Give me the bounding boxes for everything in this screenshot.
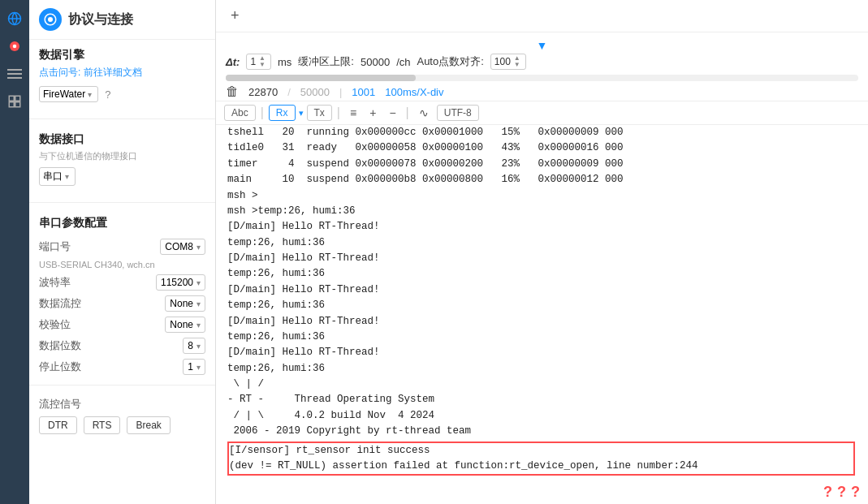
buffer-unit: /ch	[396, 56, 410, 68]
dt-value: 1	[250, 56, 256, 67]
term-btn-utf[interactable]: UTF-8	[437, 105, 479, 121]
interface-title: 数据接口	[39, 132, 205, 147]
nav-icon-menu[interactable]	[2, 62, 27, 86]
term-btn-rx[interactable]: Rx	[269, 105, 296, 121]
console-output: tshell 20 running 0x000000cc 0x00001000 …	[216, 125, 868, 480]
icon-rail	[0, 0, 29, 504]
param-parity-select[interactable]: None ▾	[165, 317, 205, 333]
flow-btn-dtr[interactable]: DTR	[39, 416, 77, 434]
svg-point-10	[48, 17, 53, 22]
param-flow-select[interactable]: None ▾	[165, 295, 205, 312]
qmark-1[interactable]: ?	[823, 484, 832, 501]
driver-select[interactable]: FireWater ▾	[39, 86, 98, 102]
param-port-label: 端口号	[39, 239, 71, 254]
dt-input[interactable]: 1 ▲ ▼	[246, 54, 271, 70]
chart-controls: Δt: 1 ▲ ▼ ms 缓冲区上限: 50000 /ch Auto点数对齐: …	[226, 54, 858, 70]
param-databits-arrow: ▾	[196, 342, 201, 351]
flow-buttons: DTR RTS Break	[39, 416, 205, 434]
param-parity-value: None	[170, 319, 193, 330]
param-stopbits-arrow: ▾	[196, 363, 201, 372]
trash-icon[interactable]: 🗑	[226, 84, 239, 99]
chart-stats: 🗑 22870 / 50000 | 1001 100ms/X-div	[226, 84, 858, 99]
stat-total: 50000	[300, 86, 330, 98]
driver-title: 数据引擎	[39, 48, 205, 62]
interface-value: 串口	[43, 170, 63, 183]
param-databits: 数据位数 8 ▾	[29, 338, 215, 354]
auto-input[interactable]: 100 ▲ ▼	[490, 54, 526, 70]
chart-scrollbar[interactable]	[226, 75, 858, 81]
qmark-3[interactable]: ?	[851, 484, 860, 501]
term-wave-icon[interactable]: ∿	[414, 105, 434, 121]
driver-arrow: ▾	[88, 90, 92, 99]
console-line: 2006 - 2019 Copyright by rt-thread team	[227, 424, 857, 439]
serial-title: 串口参数配置	[39, 216, 205, 230]
param-flow: 数据流控 None ▾	[29, 295, 215, 312]
term-minus-icon[interactable]: −	[384, 105, 400, 121]
term-btn-abc[interactable]: Abc	[224, 105, 256, 121]
param-flow-label: 数据流控	[39, 296, 81, 311]
nav-icon-record[interactable]	[2, 34, 27, 58]
term-divider-1: |	[261, 106, 264, 120]
term-divider-2: |	[337, 106, 340, 120]
error-line: (dev != RT_NULL) assertion failed at fun…	[229, 459, 853, 474]
console-line: [D/main] Hello RT-Thread!	[227, 219, 857, 235]
rx-dropdown-arrow[interactable]: ▾	[299, 108, 304, 118]
chart-scrollbar-thumb[interactable]	[226, 75, 416, 81]
logo	[39, 8, 62, 31]
error-box: [I/sensor] rt_sensor init success(dev !=…	[227, 442, 855, 476]
console-line: main 10 suspend 0x000000b8 0x00000800 16…	[227, 172, 857, 187]
svg-rect-7	[15, 96, 20, 101]
sidebar-title: 协议与连接	[68, 11, 133, 28]
term-btn-tx[interactable]: Tx	[307, 105, 332, 121]
flow-btn-break[interactable]: Break	[127, 416, 170, 434]
console-line: [D/main] Hello RT-Thread!	[227, 345, 857, 360]
main-area: + ▼ Δt: 1 ▲ ▼ ms 缓冲区上限: 50000 /ch Auto点数…	[216, 0, 868, 504]
qmark-2[interactable]: ?	[837, 484, 846, 501]
port-note: USB-SERIAL CH340, wch.cn	[29, 260, 215, 274]
svg-rect-8	[9, 102, 14, 107]
console-line: tshell 20 running 0x000000cc 0x00001000 …	[227, 125, 857, 140]
flow-control: 流控信号 DTR RTS Break	[29, 390, 215, 437]
param-port-value: COM8	[165, 241, 193, 252]
param-databits-label: 数据位数	[39, 338, 81, 353]
driver-help-link[interactable]: 点击问号: 前往详细文档	[39, 66, 205, 80]
interface-select[interactable]: 串口 ▾	[39, 167, 76, 186]
console-line: / | \ 4.0.2 build Nov 4 2024	[227, 408, 857, 424]
nav-icon-connection[interactable]	[2, 6, 27, 31]
dt-down-arrow[interactable]: ▼	[259, 62, 266, 68]
stat-divider-2: |	[339, 86, 342, 98]
sidebar: 协议与连接 数据引擎 点击问号: 前往详细文档 FireWater ▾ ? 数据…	[29, 0, 216, 504]
svg-point-2	[13, 45, 17, 49]
param-flow-arrow: ▾	[196, 299, 201, 308]
section-driver: 数据引擎 点击问号: 前往详细文档 FireWater ▾ ?	[29, 40, 215, 114]
svg-rect-9	[15, 102, 20, 107]
term-align-icon[interactable]: ≡	[345, 105, 361, 121]
param-baud-arrow: ▾	[196, 278, 201, 287]
console-line: tidle0 31 ready 0x00000058 0x00000100 43…	[227, 140, 857, 156]
dt-unit: ms	[278, 56, 291, 68]
console-line: msh >temp:26, humi:36	[227, 204, 857, 219]
buffer-label: 缓冲区上限:	[298, 54, 354, 69]
nav-icon-layers[interactable]	[2, 89, 27, 114]
console-line: timer 4 suspend 0x00000078 0x00000200 23…	[227, 157, 857, 172]
param-stopbits-select[interactable]: 1 ▾	[183, 359, 205, 375]
auto-label: Auto点数对齐:	[417, 54, 483, 69]
divider-3	[29, 385, 215, 386]
flow-btn-rts[interactable]: RTS	[84, 416, 121, 434]
param-baud-select[interactable]: 115200 ▾	[156, 274, 205, 291]
console-line: temp:26, humi:36	[227, 361, 857, 377]
param-parity-label: 校验位	[39, 317, 71, 332]
error-line: [I/sensor] rt_sensor init success	[229, 443, 853, 459]
term-plus-icon[interactable]: +	[365, 105, 381, 121]
auto-down-arrow[interactable]: ▼	[514, 62, 520, 68]
param-databits-value: 8	[188, 340, 193, 351]
add-tab-button[interactable]: +	[226, 6, 244, 26]
param-port-select[interactable]: COM8 ▾	[160, 239, 205, 255]
interface-row: 串口 ▾	[39, 167, 205, 186]
param-databits-select[interactable]: 8 ▾	[183, 338, 205, 354]
console-line: \ | /	[227, 377, 857, 392]
chart-area: ▼ Δt: 1 ▲ ▼ ms 缓冲区上限: 50000 /ch Auto点数对齐…	[216, 32, 868, 101]
interface-desc: 与下位机通信的物理接口	[39, 150, 205, 162]
stat-div: 100ms/X-div	[385, 86, 443, 98]
driver-help-icon[interactable]: ?	[105, 88, 110, 101]
